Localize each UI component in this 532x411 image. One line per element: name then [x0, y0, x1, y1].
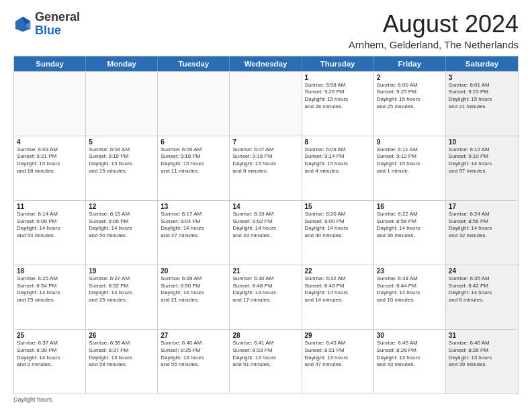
- day-number: 19: [89, 267, 154, 275]
- day-info: Sunrise: 6:27 AM Sunset: 8:52 PM Dayligh…: [89, 275, 154, 304]
- calendar-header-cell: Thursday: [302, 56, 374, 71]
- calendar-body: 1Sunrise: 5:58 AM Sunset: 9:26 PM Daylig…: [14, 71, 518, 394]
- day-number: 27: [161, 332, 226, 339]
- day-number: 4: [17, 138, 83, 146]
- calendar-cell: [86, 72, 158, 136]
- day-info: Sunrise: 6:15 AM Sunset: 9:06 PM Dayligh…: [89, 211, 154, 240]
- day-info: Sunrise: 6:12 AM Sunset: 9:10 PM Dayligh…: [449, 146, 515, 175]
- calendar-week: 25Sunrise: 6:37 AM Sunset: 8:39 PM Dayli…: [14, 329, 518, 394]
- day-info: Sunrise: 6:04 AM Sunset: 9:19 PM Dayligh…: [89, 146, 154, 175]
- day-number: 18: [17, 267, 83, 275]
- day-number: 26: [89, 332, 154, 339]
- location-title: Arnhem, Gelderland, The Netherlands: [349, 39, 519, 50]
- day-number: 31: [449, 332, 515, 339]
- day-info: Sunrise: 6:17 AM Sunset: 9:04 PM Dayligh…: [161, 211, 226, 240]
- calendar-cell: 21Sunrise: 6:30 AM Sunset: 8:48 PM Dayli…: [230, 265, 302, 329]
- day-number: 25: [17, 332, 83, 339]
- day-number: 28: [232, 332, 298, 339]
- calendar-cell: 30Sunrise: 6:45 AM Sunset: 8:28 PM Dayli…: [374, 330, 446, 394]
- day-info: Sunrise: 6:00 AM Sunset: 9:25 PM Dayligh…: [377, 82, 443, 111]
- day-info: Sunrise: 6:14 AM Sunset: 9:08 PM Dayligh…: [17, 211, 83, 240]
- day-info: Sunrise: 6:11 AM Sunset: 9:12 PM Dayligh…: [377, 146, 443, 175]
- day-number: 20: [161, 267, 226, 275]
- day-info: Sunrise: 6:33 AM Sunset: 8:44 PM Dayligh…: [377, 275, 443, 304]
- day-info: Sunrise: 6:19 AM Sunset: 9:02 PM Dayligh…: [232, 211, 298, 240]
- calendar-cell: 23Sunrise: 6:33 AM Sunset: 8:44 PM Dayli…: [374, 265, 446, 329]
- calendar-header-cell: Saturday: [446, 56, 518, 71]
- logo-text: General Blue: [35, 11, 80, 38]
- calendar-cell: 7Sunrise: 6:07 AM Sunset: 9:16 PM Daylig…: [230, 136, 302, 200]
- calendar-cell: [158, 72, 230, 136]
- calendar-week: 1Sunrise: 5:58 AM Sunset: 9:26 PM Daylig…: [14, 71, 518, 136]
- day-number: 2: [377, 74, 443, 81]
- day-number: 29: [305, 332, 371, 339]
- calendar-cell: 27Sunrise: 6:40 AM Sunset: 8:35 PM Dayli…: [158, 330, 230, 394]
- calendar-cell: 24Sunrise: 6:35 AM Sunset: 8:42 PM Dayli…: [446, 265, 518, 329]
- day-info: Sunrise: 6:09 AM Sunset: 9:14 PM Dayligh…: [305, 146, 371, 175]
- calendar-cell: 22Sunrise: 6:32 AM Sunset: 8:46 PM Dayli…: [302, 265, 374, 329]
- calendar-cell: 14Sunrise: 6:19 AM Sunset: 9:02 PM Dayli…: [230, 201, 302, 265]
- logo-icon: [13, 15, 32, 34]
- day-number: 10: [449, 138, 515, 146]
- day-info: Sunrise: 6:30 AM Sunset: 8:48 PM Dayligh…: [232, 275, 298, 304]
- day-number: 22: [305, 267, 371, 275]
- calendar-week: 11Sunrise: 6:14 AM Sunset: 9:08 PM Dayli…: [14, 200, 518, 265]
- calendar-cell: 1Sunrise: 5:58 AM Sunset: 9:26 PM Daylig…: [302, 72, 374, 136]
- header: General Blue August 2024 Arnhem, Gelderl…: [13, 11, 519, 50]
- day-info: Sunrise: 6:43 AM Sunset: 8:31 PM Dayligh…: [305, 340, 371, 369]
- day-number: 1: [305, 74, 371, 81]
- calendar-cell: 17Sunrise: 6:24 AM Sunset: 8:56 PM Dayli…: [446, 201, 518, 265]
- calendar-cell: 18Sunrise: 6:25 AM Sunset: 8:54 PM Dayli…: [14, 265, 86, 329]
- day-info: Sunrise: 6:40 AM Sunset: 8:35 PM Dayligh…: [161, 340, 226, 369]
- day-number: 8: [305, 138, 371, 146]
- calendar-cell: [14, 72, 86, 136]
- calendar-header-cell: Friday: [374, 56, 446, 71]
- calendar-cell: 5Sunrise: 6:04 AM Sunset: 9:19 PM Daylig…: [86, 136, 158, 200]
- calendar-cell: 8Sunrise: 6:09 AM Sunset: 9:14 PM Daylig…: [302, 136, 374, 200]
- footer-note: Daylight hours: [13, 396, 519, 403]
- day-number: 7: [232, 138, 298, 146]
- day-number: 14: [232, 203, 298, 210]
- day-info: Sunrise: 6:03 AM Sunset: 9:21 PM Dayligh…: [17, 146, 83, 175]
- day-number: 11: [17, 203, 83, 210]
- day-number: 6: [161, 138, 226, 146]
- day-number: 17: [449, 203, 515, 210]
- day-info: Sunrise: 6:37 AM Sunset: 8:39 PM Dayligh…: [17, 340, 83, 369]
- calendar-cell: 11Sunrise: 6:14 AM Sunset: 9:08 PM Dayli…: [14, 201, 86, 265]
- calendar-header: SundayMondayTuesdayWednesdayThursdayFrid…: [14, 56, 518, 71]
- day-number: 21: [232, 267, 298, 275]
- day-number: 30: [377, 332, 443, 339]
- calendar-cell: 2Sunrise: 6:00 AM Sunset: 9:25 PM Daylig…: [374, 72, 446, 136]
- day-info: Sunrise: 6:22 AM Sunset: 8:58 PM Dayligh…: [377, 211, 443, 240]
- calendar-cell: 9Sunrise: 6:11 AM Sunset: 9:12 PM Daylig…: [374, 136, 446, 200]
- calendar-header-cell: Monday: [86, 56, 158, 71]
- calendar-cell: 12Sunrise: 6:15 AM Sunset: 9:06 PM Dayli…: [86, 201, 158, 265]
- calendar-cell: 10Sunrise: 6:12 AM Sunset: 9:10 PM Dayli…: [446, 136, 518, 200]
- day-info: Sunrise: 6:32 AM Sunset: 8:46 PM Dayligh…: [305, 275, 371, 304]
- day-info: Sunrise: 6:06 AM Sunset: 9:18 PM Dayligh…: [161, 146, 226, 175]
- day-info: Sunrise: 6:01 AM Sunset: 9:23 PM Dayligh…: [449, 82, 515, 111]
- calendar-cell: 19Sunrise: 6:27 AM Sunset: 8:52 PM Dayli…: [86, 265, 158, 329]
- day-info: Sunrise: 6:41 AM Sunset: 8:33 PM Dayligh…: [232, 340, 298, 369]
- calendar-cell: 20Sunrise: 6:28 AM Sunset: 8:50 PM Dayli…: [158, 265, 230, 329]
- calendar-cell: 16Sunrise: 6:22 AM Sunset: 8:58 PM Dayli…: [374, 201, 446, 265]
- day-number: 13: [161, 203, 226, 210]
- day-number: 3: [449, 74, 515, 81]
- calendar-cell: 26Sunrise: 6:38 AM Sunset: 8:37 PM Dayli…: [86, 330, 158, 394]
- day-number: 23: [377, 267, 443, 275]
- logo: General Blue: [13, 11, 80, 38]
- calendar-header-cell: Tuesday: [158, 56, 230, 71]
- day-info: Sunrise: 6:45 AM Sunset: 8:28 PM Dayligh…: [377, 340, 443, 369]
- calendar-cell: [230, 72, 302, 136]
- day-info: Sunrise: 6:24 AM Sunset: 8:56 PM Dayligh…: [449, 211, 515, 240]
- day-info: Sunrise: 6:28 AM Sunset: 8:50 PM Dayligh…: [161, 275, 226, 304]
- calendar-cell: 3Sunrise: 6:01 AM Sunset: 9:23 PM Daylig…: [446, 72, 518, 136]
- calendar-cell: 6Sunrise: 6:06 AM Sunset: 9:18 PM Daylig…: [158, 136, 230, 200]
- day-number: 24: [449, 267, 515, 275]
- calendar: SundayMondayTuesdayWednesdayThursdayFrid…: [13, 56, 519, 394]
- day-info: Sunrise: 6:07 AM Sunset: 9:16 PM Dayligh…: [232, 146, 298, 175]
- day-info: Sunrise: 6:20 AM Sunset: 9:00 PM Dayligh…: [305, 211, 371, 240]
- day-number: 5: [89, 138, 154, 146]
- day-info: Sunrise: 5:58 AM Sunset: 9:26 PM Dayligh…: [305, 82, 371, 111]
- calendar-cell: 31Sunrise: 6:46 AM Sunset: 8:26 PM Dayli…: [446, 330, 518, 394]
